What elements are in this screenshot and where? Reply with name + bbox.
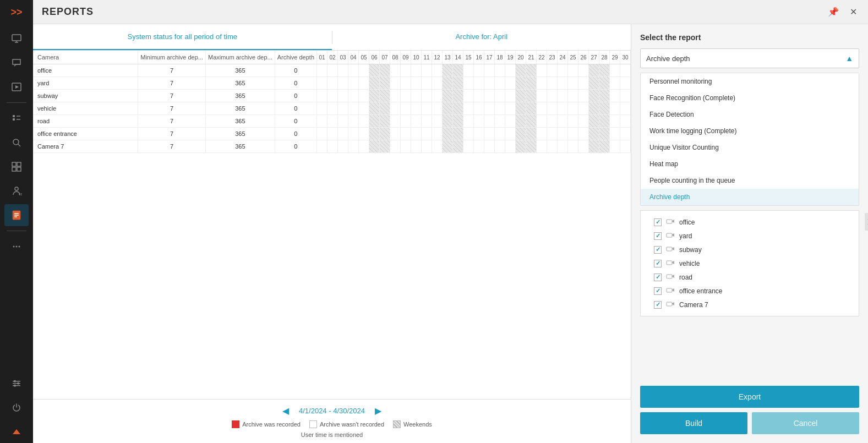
dropdown-selected-value: Archive depth <box>646 54 690 63</box>
option-personnel-monitoring[interactable]: Personnel monitoring <box>641 73 859 90</box>
camera-list-item-road[interactable]: ✓road <box>641 270 859 284</box>
reports-icon <box>11 210 22 221</box>
title-bar: REPORTS 📌 ✕ <box>33 0 868 24</box>
cell-day-3 <box>338 102 348 115</box>
cell-day-6 <box>369 115 380 128</box>
tab-archive[interactable]: Archive for: April <box>332 24 631 50</box>
cell-day-3 <box>338 140 348 153</box>
pin-button[interactable]: 📌 <box>826 4 841 19</box>
report-area: System status for all period of time Arc… <box>33 24 868 443</box>
svg-point-29 <box>14 385 16 387</box>
option-face-detection[interactable]: Face Detection <box>641 106 859 123</box>
tab-system-status[interactable]: System status for all period of time <box>33 24 332 50</box>
option-heat-map[interactable]: Heat map <box>641 156 859 172</box>
col-day-05: 05 <box>359 51 369 64</box>
cell-day-25 <box>568 128 578 140</box>
bottom-bar: ◀ 4/1/2024 - 4/30/2024 ▶ Archive was rec… <box>33 399 631 443</box>
cell-day-1 <box>317 128 327 140</box>
cell-day-18 <box>495 115 505 128</box>
svg-point-23 <box>19 246 20 248</box>
camera-list-item-yard[interactable]: ✓yard <box>641 229 859 243</box>
sidebar-item-settings[interactable] <box>4 373 29 395</box>
cell-day-22 <box>537 115 547 128</box>
col-day-07: 07 <box>380 51 390 64</box>
close-button[interactable]: ✕ <box>848 4 859 19</box>
cell-day-4 <box>348 90 359 102</box>
cell-day-4 <box>348 128 359 140</box>
camera-list-item-office[interactable]: ✓office <box>641 215 859 229</box>
cell-day-20 <box>516 64 526 77</box>
cell-day-3 <box>338 90 348 102</box>
camera-list-item-office-entrance[interactable]: ✓office entrance <box>641 284 859 298</box>
cell-day-14 <box>453 128 463 140</box>
camera-checkbox-road[interactable]: ✓ <box>654 274 662 281</box>
cell-camera-name: office <box>33 64 138 77</box>
cell-day-18 <box>495 140 505 153</box>
cell-day-25 <box>568 90 578 102</box>
cell-day-20 <box>516 140 526 153</box>
cell-day-6 <box>369 77 380 90</box>
sidebar-item-chat[interactable] <box>4 52 29 74</box>
cell-day-20 <box>516 77 526 90</box>
cell-archive-depth: 0 <box>275 77 316 90</box>
next-date-button[interactable]: ▶ <box>372 404 385 417</box>
cell-day-25 <box>568 64 578 77</box>
camera-checkbox-yard[interactable]: ✓ <box>654 232 662 240</box>
sidebar-item-more[interactable] <box>4 236 29 258</box>
cell-day-29 <box>610 140 620 153</box>
sidebar-item-power[interactable] <box>4 397 29 419</box>
sidebar-item-person[interactable]: car <box>4 180 29 202</box>
cell-day-5 <box>359 128 369 140</box>
col-camera: Camera <box>33 51 138 64</box>
camera-checkbox-office[interactable]: ✓ <box>654 218 662 226</box>
cell-day-9 <box>401 115 411 128</box>
sidebar-item-list[interactable] <box>4 107 29 129</box>
svg-marker-32 <box>672 220 674 223</box>
cell-day-29 <box>610 64 620 77</box>
sidebar-item-map[interactable] <box>4 156 29 178</box>
sidebar-item-reports[interactable] <box>4 204 29 226</box>
cell-day-26 <box>578 102 589 115</box>
svg-rect-12 <box>17 162 21 166</box>
camera-list-item-subway[interactable]: ✓subway <box>641 243 859 256</box>
cell-day-3 <box>338 77 348 90</box>
svg-rect-13 <box>12 167 16 171</box>
option-unique-visitor[interactable]: Unique Visitor Counting <box>641 139 859 156</box>
cell-day-8 <box>390 102 401 115</box>
col-day-03: 03 <box>338 51 348 64</box>
cell-day-30 <box>620 140 631 153</box>
cell-day-4 <box>348 77 359 90</box>
option-work-time[interactable]: Work time logging (Complete) <box>641 123 859 139</box>
camera-list-item-camera7[interactable]: ✓Camera 7 <box>641 298 859 311</box>
cell-day-12 <box>432 102 443 115</box>
option-face-recognition[interactable]: Face Recognition (Complete) <box>641 90 859 106</box>
cell-day-15 <box>463 77 474 90</box>
camera-list-item-vehicle[interactable]: ✓vehicle <box>641 256 859 270</box>
export-button[interactable]: Export <box>640 386 859 408</box>
option-archive-depth[interactable]: Archive depth <box>641 189 859 205</box>
cell-day-6 <box>369 128 380 140</box>
option-people-queue[interactable]: People counting in the queue <box>641 172 859 189</box>
camera-checkbox-subway[interactable]: ✓ <box>654 246 662 254</box>
report-type-dropdown[interactable]: Archive depth ▲ <box>640 48 859 68</box>
settings-icon <box>11 378 22 389</box>
expand-panel-arrow[interactable] <box>865 213 868 231</box>
cancel-button[interactable]: Cancel <box>752 412 859 434</box>
cell-archive-depth: 0 <box>275 140 316 153</box>
camera-checkbox-camera7[interactable]: ✓ <box>654 301 662 309</box>
cell-camera-name: vehicle <box>33 102 138 115</box>
camera-list: ✓office✓yard✓subway✓vehicle✓road✓office … <box>640 210 859 316</box>
cell-day-1 <box>317 64 327 77</box>
sidebar-item-collapse[interactable] <box>4 421 29 443</box>
sidebar-item-search[interactable] <box>4 132 29 154</box>
build-button[interactable]: Build <box>640 412 747 434</box>
cell-day-22 <box>537 140 547 153</box>
camera-checkbox-vehicle[interactable]: ✓ <box>654 260 662 267</box>
table-container[interactable]: Camera Minimum archive dep... Maximum ar… <box>33 51 631 399</box>
cell-day-19 <box>505 102 516 115</box>
sidebar-item-media[interactable] <box>4 76 29 98</box>
more-icon <box>11 241 22 252</box>
prev-date-button[interactable]: ◀ <box>279 404 292 417</box>
sidebar-item-monitor[interactable] <box>4 28 29 50</box>
camera-checkbox-office-entrance[interactable]: ✓ <box>654 287 662 295</box>
